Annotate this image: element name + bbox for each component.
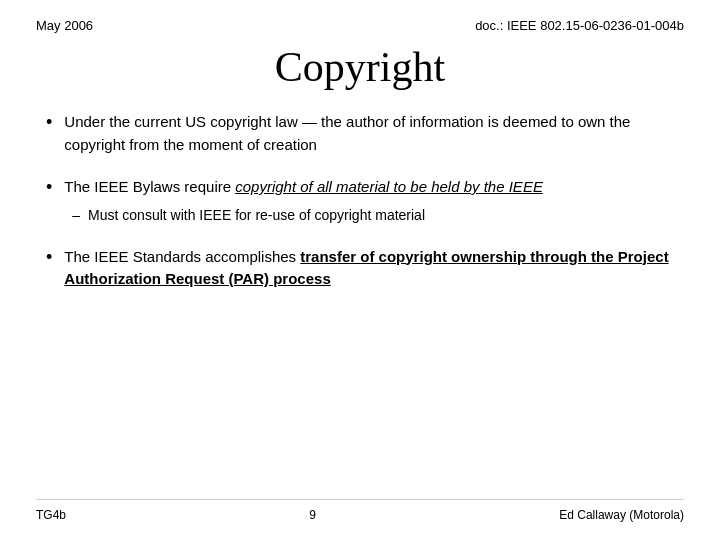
bullet2-italic: copyright of all material to be held by … xyxy=(235,178,543,195)
sub-bullet-dash-1: – xyxy=(72,205,80,226)
bullet-item-1: • Under the current US copyright law — t… xyxy=(46,111,674,156)
bullet-text-1: Under the current US copyright law — the… xyxy=(64,111,674,156)
footer: TG4b 9 Ed Callaway (Motorola) xyxy=(36,499,684,522)
bullet-text-2: The IEEE Bylaws require copyright of all… xyxy=(64,176,543,226)
footer-author: Ed Callaway (Motorola) xyxy=(559,508,684,522)
bullet3-prefix: The IEEE Standards accomplishes xyxy=(64,248,300,265)
header-date: May 2006 xyxy=(36,18,93,33)
sub-bullet-text-1: Must consult with IEEE for re-use of cop… xyxy=(88,205,425,226)
content-area: • Under the current US copyright law — t… xyxy=(36,111,684,499)
page-title: Copyright xyxy=(36,43,684,91)
bullet1-text: Under the current US copyright law — the… xyxy=(64,113,630,153)
footer-page-number: 9 xyxy=(309,508,316,522)
slide: May 2006 doc.: IEEE 802.15-06-0236-01-00… xyxy=(0,0,720,540)
bullet-dot-1: • xyxy=(46,112,52,133)
title-area: Copyright xyxy=(36,43,684,91)
bullet-dot-3: • xyxy=(46,247,52,268)
header: May 2006 doc.: IEEE 802.15-06-0236-01-00… xyxy=(36,18,684,33)
bullet2-prefix: The IEEE Bylaws require xyxy=(64,178,235,195)
sub-bullet-1: – Must consult with IEEE for re-use of c… xyxy=(72,205,543,226)
bullet-dot-2: • xyxy=(46,177,52,198)
footer-left: TG4b xyxy=(36,508,66,522)
header-doc-id: doc.: IEEE 802.15-06-0236-01-004b xyxy=(475,18,684,33)
bullet-item-3: • The IEEE Standards accomplishes transf… xyxy=(46,246,674,291)
bullet-item-2: • The IEEE Bylaws require copyright of a… xyxy=(46,176,674,226)
bullet-text-3: The IEEE Standards accomplishes transfer… xyxy=(64,246,674,291)
